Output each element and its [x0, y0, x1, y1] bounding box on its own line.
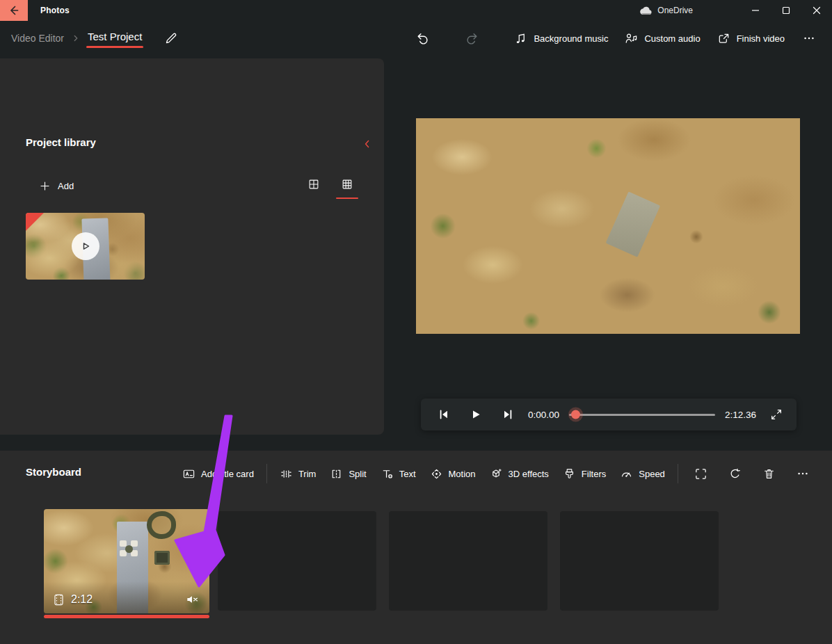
chevron-right-icon: [71, 33, 81, 43]
storyboard-title: Storyboard: [26, 466, 81, 478]
text-label: Text: [399, 469, 416, 479]
onedrive-button[interactable]: OneDrive: [634, 0, 698, 21]
text-icon: [381, 467, 394, 481]
chevron-left-icon: [362, 138, 373, 150]
large-grid-view-button[interactable]: [305, 175, 323, 193]
previous-frame-button[interactable]: [432, 403, 456, 426]
grid-3x3-icon: [341, 178, 353, 191]
trim-icon: [280, 467, 293, 481]
trim-button[interactable]: Trim: [273, 462, 323, 485]
next-frame-icon: [501, 408, 515, 421]
close-button[interactable]: [801, 0, 832, 21]
storyboard-more-button[interactable]: [786, 462, 819, 485]
title-bar: Photos OneDrive: [0, 0, 832, 21]
minimize-button[interactable]: [740, 0, 771, 21]
expand-icon: [770, 408, 783, 421]
split-label: Split: [349, 469, 366, 479]
app-title: Photos: [40, 6, 70, 15]
ellipsis-icon: [803, 32, 815, 45]
project-library-panel: Project library Add: [0, 58, 384, 435]
pencil-icon: [164, 31, 178, 45]
resize-button[interactable]: [684, 462, 718, 485]
add-media-button[interactable]: Add: [33, 176, 79, 196]
filters-button[interactable]: Filters: [556, 462, 613, 485]
preview-leaf-detail: [606, 191, 660, 257]
more-options-button[interactable]: [793, 26, 825, 50]
empty-storyboard-slot: [389, 511, 547, 611]
small-grid-view-button[interactable]: [338, 175, 356, 193]
3d-effects-label: 3D effects: [509, 469, 549, 479]
speed-button[interactable]: Speed: [613, 462, 672, 485]
clip-gadget: [154, 551, 170, 565]
selected-view-underline: [336, 198, 358, 200]
rotate-button[interactable]: [718, 462, 752, 485]
rename-project-button[interactable]: [161, 29, 181, 48]
maximize-button[interactable]: [771, 0, 801, 21]
playback-bar: 0:00.00 2:12.36: [421, 399, 797, 430]
collapse-panel-button[interactable]: [359, 135, 376, 153]
back-button[interactable]: [0, 0, 28, 21]
filters-brush-icon: [563, 467, 576, 481]
back-arrow-icon: [7, 3, 21, 17]
muted-audio-icon[interactable]: [184, 591, 201, 608]
seek-track: [569, 414, 715, 416]
custom-audio-label: Custom audio: [644, 33, 700, 44]
film-strip-icon: [52, 593, 65, 606]
motion-icon: [430, 467, 443, 481]
video-preview[interactable]: [416, 118, 800, 334]
close-icon: [811, 5, 822, 16]
seek-thumb[interactable]: [571, 410, 580, 419]
custom-audio-button[interactable]: Custom audio: [616, 26, 708, 51]
split-button[interactable]: Split: [323, 462, 373, 485]
selected-clip-underline: [44, 615, 209, 618]
trim-label: Trim: [298, 469, 317, 479]
3d-effects-button[interactable]: 3D effects: [483, 462, 556, 485]
fullscreen-button[interactable]: [767, 405, 785, 424]
project-name-label: Test Project: [88, 31, 142, 42]
clip-drone: [120, 540, 138, 557]
split-icon: [330, 467, 343, 481]
add-label: Add: [58, 181, 74, 191]
project-library-title: Project library: [26, 136, 96, 148]
plus-icon: [39, 180, 51, 192]
undo-button[interactable]: [406, 26, 440, 51]
redo-button[interactable]: [455, 26, 489, 51]
minimize-icon: [750, 5, 761, 16]
command-bar: Video Editor Test Project Background mus…: [0, 21, 832, 56]
next-frame-button[interactable]: [496, 403, 520, 426]
storyboard-section: Storyboard Add title card Trim Split Tex…: [0, 451, 832, 644]
total-time: 2:12.36: [725, 410, 756, 420]
redo-icon: [465, 31, 479, 46]
empty-storyboard-slot: [218, 511, 376, 611]
3d-cube-icon: [490, 467, 503, 481]
delete-button[interactable]: [752, 462, 786, 485]
breadcrumb-current-project[interactable]: Test Project: [86, 28, 143, 49]
motion-label: Motion: [449, 469, 476, 479]
storyboard-toolbar: Add title card Trim Split Text Motion 3D…: [175, 460, 819, 487]
add-title-card-button[interactable]: Add title card: [175, 462, 261, 485]
rotate-icon: [728, 467, 742, 481]
breadcrumb-video-editor[interactable]: Video Editor: [10, 30, 65, 47]
play-icon: [469, 408, 483, 421]
speed-label: Speed: [639, 469, 665, 479]
filters-label: Filters: [582, 469, 606, 479]
library-video-thumbnail[interactable]: [26, 213, 145, 280]
title-card-icon: [182, 467, 195, 481]
motion-button[interactable]: Motion: [423, 462, 483, 485]
crop-frame-icon: [694, 467, 707, 481]
music-note-icon: [514, 32, 527, 45]
text-button[interactable]: Text: [374, 462, 423, 485]
finish-video-button[interactable]: Finish video: [709, 26, 793, 51]
clip-duration: 2:12: [52, 593, 93, 606]
seek-slider[interactable]: [569, 408, 715, 421]
previous-frame-icon: [437, 408, 451, 421]
background-music-button[interactable]: Background music: [506, 26, 616, 51]
cloud-icon: [639, 6, 653, 15]
undo-icon: [415, 31, 430, 46]
trash-icon: [762, 467, 776, 481]
add-title-card-label: Add title card: [201, 469, 254, 479]
finish-video-label: Finish video: [737, 33, 785, 44]
play-button[interactable]: [464, 403, 488, 426]
storyboard-clip[interactable]: 2:12: [44, 509, 209, 613]
play-overlay-icon: [72, 232, 99, 260]
